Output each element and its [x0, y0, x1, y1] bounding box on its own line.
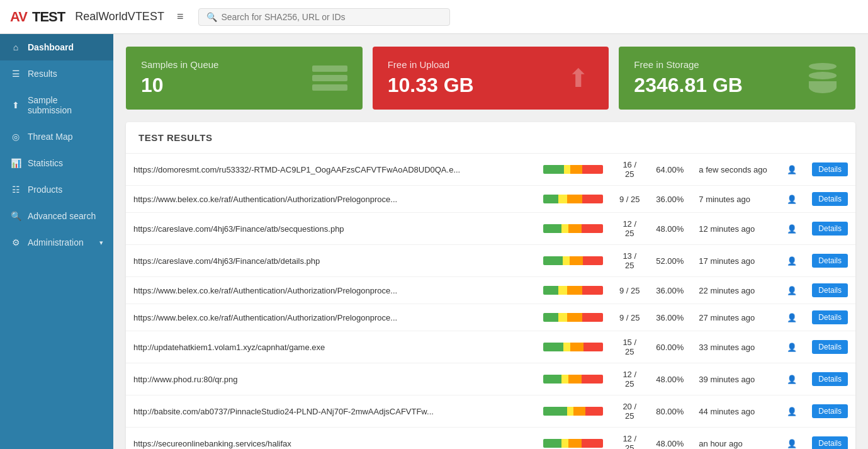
- result-details-cell: Details: [804, 304, 855, 331]
- chevron-down-icon: ▾: [99, 239, 103, 247]
- result-time: 12 minutes ago: [691, 213, 779, 245]
- sidebar-icon-statistics: 📊: [10, 158, 21, 168]
- result-url[interactable]: http://updatehatkiem1.volam1.xyz/capnhat…: [126, 331, 536, 363]
- result-details-cell: Details: [804, 213, 855, 245]
- main-layout: ⌂ Dashboard ☰ Results ⬆ Sample submissio…: [0, 34, 868, 449]
- result-details-cell: Details: [804, 331, 855, 363]
- details-button[interactable]: Details: [812, 222, 848, 236]
- result-time: 22 minutes ago: [691, 277, 779, 304]
- result-score: 9 / 25: [611, 304, 648, 331]
- result-bar-cell: [536, 213, 611, 245]
- result-bar-cell: [536, 395, 611, 428]
- result-url[interactable]: https://www.belex.co.ke/raf/Authenticati…: [126, 304, 536, 331]
- result-bar-cell: [536, 245, 611, 277]
- table-row: https://careslave.com/4hj63/Finance/atb/…: [126, 245, 855, 277]
- result-user-icon: 👤: [779, 186, 804, 213]
- stat-storage-value: 2346.81 GB: [634, 74, 743, 97]
- result-bar-cell: [536, 277, 611, 304]
- result-time: 27 minutes ago: [691, 304, 779, 331]
- logo-av-text: AV: [10, 9, 27, 25]
- result-bar-cell: [536, 186, 611, 213]
- result-details-cell: Details: [804, 363, 855, 395]
- result-score: 13 / 25: [611, 245, 648, 277]
- stat-card-queue: Samples in Queue 10: [126, 47, 363, 110]
- table-row: https://secureonlinebanking.services/hal…: [126, 428, 855, 450]
- results-title: TEST RESULTS: [126, 122, 855, 154]
- details-button[interactable]: Details: [812, 372, 848, 386]
- search-input[interactable]: [221, 12, 442, 22]
- result-url[interactable]: http://babsite.com/ab0737/PinnacleStudio…: [126, 395, 536, 428]
- sidebar-item-sample-submission[interactable]: ⬆ Sample submission: [0, 87, 113, 123]
- sidebar-item-statistics[interactable]: 📊 Statistics: [0, 150, 113, 176]
- result-url[interactable]: http://www.phod.ru:80/qr.png: [126, 363, 536, 395]
- sidebar-item-dashboard[interactable]: ⌂ Dashboard: [0, 34, 113, 60]
- result-bar: [543, 313, 603, 322]
- result-bar-cell: [536, 304, 611, 331]
- result-url[interactable]: https://www.belex.co.ke/raf/Authenticati…: [126, 186, 536, 213]
- app-header: AVTEST RealWorldVTEST ≡ 🔍: [0, 0, 868, 34]
- table-row: https://careslave.com/4hj63/Finance/atb/…: [126, 213, 855, 245]
- details-button[interactable]: Details: [812, 192, 848, 206]
- result-url[interactable]: https://careslave.com/4hj63/Finance/atb/…: [126, 213, 536, 245]
- result-url[interactable]: https://www.belex.co.ke/raf/Authenticati…: [126, 277, 536, 304]
- result-percent: 80.00%: [648, 395, 691, 428]
- result-user-icon: 👤: [779, 213, 804, 245]
- search-bar[interactable]: 🔍: [198, 8, 450, 26]
- logo-area: AVTEST: [10, 9, 65, 25]
- result-bar: [543, 439, 603, 448]
- sidebar-label-dashboard: Dashboard: [28, 42, 74, 52]
- sidebar-label-threat-map: Threat Map: [28, 132, 73, 142]
- result-score: 15 / 25: [611, 331, 648, 363]
- result-url[interactable]: https://domoresmt.com/ru53332/-RTMD-AC9L…: [126, 154, 536, 186]
- sidebar-label-advanced-search: Advanced search: [28, 211, 96, 221]
- result-user-icon: 👤: [779, 363, 804, 395]
- table-row: https://www.belex.co.ke/raf/Authenticati…: [126, 304, 855, 331]
- stat-queue-label: Samples in Queue: [141, 59, 218, 70]
- details-button[interactable]: Details: [812, 340, 848, 354]
- result-bar-cell: [536, 154, 611, 186]
- result-bar-cell: [536, 363, 611, 395]
- result-score: 9 / 25: [611, 277, 648, 304]
- result-url[interactable]: https://careslave.com/4hj63/Finance/atb/…: [126, 245, 536, 277]
- result-percent: 60.00%: [648, 331, 691, 363]
- details-button[interactable]: Details: [812, 436, 848, 449]
- sidebar-icon-advanced-search: 🔍: [10, 211, 21, 221]
- sidebar-item-advanced-search[interactable]: 🔍 Advanced search: [0, 203, 113, 229]
- result-score: 12 / 25: [611, 213, 648, 245]
- details-button[interactable]: Details: [812, 254, 848, 268]
- logo-test-text: TEST: [32, 9, 65, 25]
- stat-upload-value: 10.33 GB: [388, 74, 474, 97]
- sidebar-item-results[interactable]: ☰ Results: [0, 60, 113, 87]
- result-bar: [543, 256, 603, 265]
- table-row: https://domoresmt.com/ru53332/-RTMD-AC9L…: [126, 154, 855, 186]
- results-panel: TEST RESULTS https://domoresmt.com/ru533…: [126, 122, 855, 449]
- table-row: http://www.phod.ru:80/qr.png 12 / 25 48.…: [126, 363, 855, 395]
- stat-queue-value: 10: [141, 74, 218, 97]
- result-user-icon: 👤: [779, 428, 804, 450]
- sidebar-item-products[interactable]: ☷ Products: [0, 176, 113, 203]
- details-button[interactable]: Details: [812, 404, 848, 418]
- result-time: 44 minutes ago: [691, 395, 779, 428]
- stat-upload-label: Free in Upload: [388, 59, 474, 70]
- result-percent: 52.00%: [648, 245, 691, 277]
- details-button[interactable]: Details: [812, 310, 848, 324]
- sidebar-icon-dashboard: ⌂: [10, 42, 21, 52]
- result-time: 33 minutes ago: [691, 331, 779, 363]
- details-button[interactable]: Details: [812, 283, 848, 297]
- result-details-cell: Details: [804, 277, 855, 304]
- result-percent: 36.00%: [648, 277, 691, 304]
- hamburger-menu-icon[interactable]: ≡: [177, 10, 184, 23]
- details-button[interactable]: Details: [812, 162, 848, 176]
- result-time: a few seconds ago: [691, 154, 779, 186]
- results-table: https://domoresmt.com/ru53332/-RTMD-AC9L…: [126, 154, 855, 449]
- result-bar: [543, 375, 603, 384]
- sidebar-icon-results: ☰: [10, 69, 21, 79]
- result-url[interactable]: https://secureonlinebanking.services/hal…: [126, 428, 536, 450]
- server-icon: [312, 63, 347, 93]
- result-percent: 64.00%: [648, 154, 691, 186]
- result-details-cell: Details: [804, 245, 855, 277]
- sidebar-item-threat-map[interactable]: ◎ Threat Map: [0, 123, 113, 150]
- result-percent: 36.00%: [648, 304, 691, 331]
- result-time: an hour ago: [691, 428, 779, 450]
- sidebar-item-administration[interactable]: ⚙ Administration ▾: [0, 229, 113, 256]
